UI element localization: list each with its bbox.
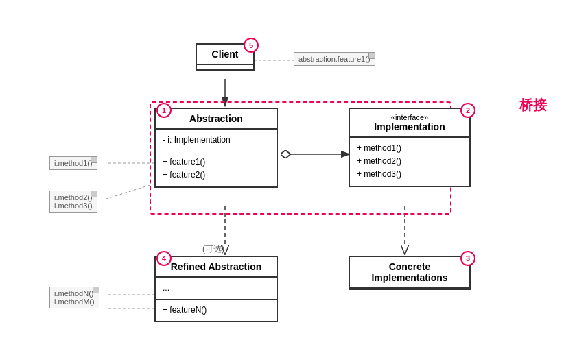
impl-method2: + method2(): [357, 155, 462, 168]
concrete-header: ConcreteImplementations: [350, 257, 469, 289]
optional-label: (可选): [202, 243, 224, 255]
badge-1: 1: [156, 103, 172, 118]
abstraction-box: Abstraction - i: Implementation + featur…: [154, 108, 278, 188]
refined-box: Refined Abstraction ... + featureN(): [154, 256, 278, 322]
implementation-box: «interface» Implementation + method1() +…: [349, 108, 471, 187]
impl-method1: + method1(): [357, 142, 462, 155]
note-methodNM: i.methodN() i.methodM(): [49, 287, 99, 308]
implementation-title: Implementation: [374, 121, 445, 132]
implementation-methods: + method1() + method2() + method3(): [350, 138, 469, 186]
diagram-container: 桥接 Client 5 abstraction.feature1() Abstr…: [0, 0, 588, 364]
abstraction-section1: - i: Implementation: [156, 130, 277, 151]
implementation-header: «interface» Implementation: [350, 109, 469, 138]
concrete-box: ConcreteImplementations: [349, 256, 471, 290]
abstraction-section2: + feature1() + feature2(): [156, 151, 277, 186]
note-method1: i.method1(): [49, 156, 97, 170]
implementation-stereotype: «interface»: [357, 113, 462, 121]
refined-header: Refined Abstraction: [156, 257, 277, 278]
abstraction-feature1: + feature1(): [163, 156, 270, 169]
badge-3: 3: [460, 251, 475, 266]
abstraction-feature2: + feature2(): [163, 169, 270, 182]
badge-5: 5: [244, 38, 259, 53]
note-method23: i.method2() i.method3(): [49, 191, 97, 213]
abstraction-header: Abstraction: [156, 109, 277, 130]
bridge-label: 桥接: [519, 96, 547, 114]
svg-line-9: [106, 184, 154, 199]
refined-section2: + featureN(): [156, 300, 277, 321]
badge-4: 4: [156, 251, 172, 266]
refined-section1: ...: [156, 278, 277, 300]
note-feature1: abstraction.feature1(): [294, 52, 375, 66]
badge-2: 2: [460, 103, 475, 118]
impl-method3: + method3(): [357, 168, 462, 181]
